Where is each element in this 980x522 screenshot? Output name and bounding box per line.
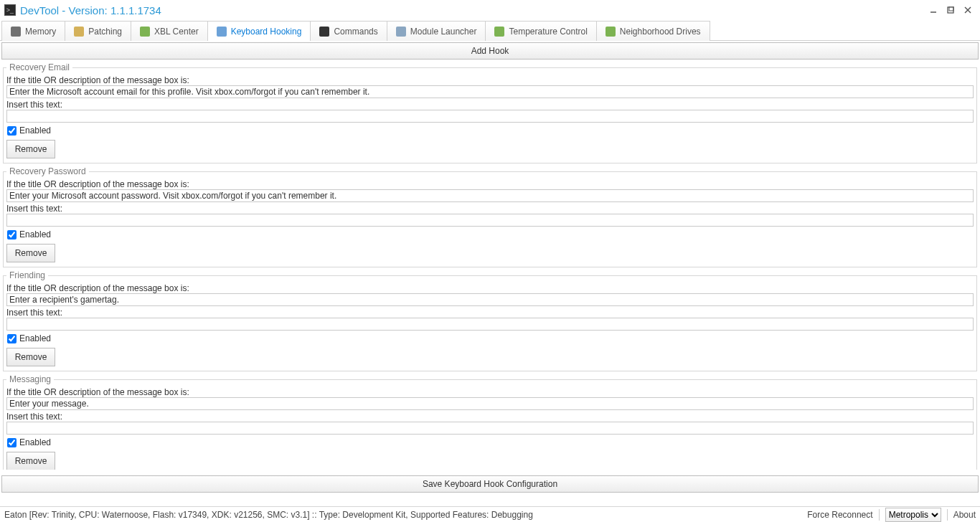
tab-temperature-control[interactable]: Temperature Control: [485, 21, 596, 41]
hook-group: MessagingIf the title OR description of …: [3, 374, 977, 470]
tab-label: XBL Center: [154, 27, 199, 37]
tab-label: Patching: [88, 27, 122, 37]
svg-rect-1: [948, 7, 953, 13]
insert-input[interactable]: [6, 110, 974, 123]
remove-button[interactable]: Remove: [6, 244, 55, 262]
enabled-label: Enabled: [19, 125, 51, 136]
if-title-label: If the title OR description of the messa…: [6, 75, 974, 85]
hook-group: FriendingIf the title OR description of …: [3, 270, 977, 371]
tab-label: Neighborhood Drives: [620, 27, 701, 37]
tab-label: Commands: [334, 27, 377, 37]
hook-group: Recovery PasswordIf the title OR descrip…: [3, 166, 977, 267]
if-title-label: If the title OR description of the messa…: [6, 387, 974, 397]
tab-module-launcher[interactable]: Module Launcher: [387, 21, 486, 41]
commands-icon: [319, 27, 329, 37]
enabled-label: Enabled: [19, 437, 51, 447]
tab-keyboard-hooking[interactable]: Keyboard Hooking: [207, 21, 311, 41]
enabled-checkbox[interactable]: [7, 334, 17, 343]
enabled-checkbox[interactable]: [7, 230, 17, 239]
separator: [879, 509, 880, 521]
window-title: DevTool - Version: 1.1.1.1734: [20, 4, 161, 16]
insert-text-label: Insert this text:: [6, 412, 974, 422]
tab-xbl-center[interactable]: XBL Center: [131, 21, 208, 41]
tab-label: Module Launcher: [410, 27, 477, 37]
tabstrip: Memory Patching XBL Center Keyboard Hook…: [0, 20, 980, 41]
force-reconnect-button[interactable]: Force Reconnect: [807, 510, 872, 520]
minimize-icon[interactable]: [925, 4, 941, 16]
if-title-label: If the title OR description of the messa…: [6, 179, 974, 189]
console-select[interactable]: Metropolis: [885, 508, 941, 522]
hook-legend: Friending: [6, 270, 48, 280]
hook-group: Recovery EmailIf the title OR descriptio…: [3, 62, 977, 163]
drives-icon: [606, 27, 616, 37]
remove-button[interactable]: Remove: [6, 348, 55, 366]
tab-label: Temperature Control: [509, 27, 587, 37]
remove-button[interactable]: Remove: [6, 140, 55, 158]
match-input[interactable]: [6, 397, 974, 410]
insert-text-label: Insert this text:: [6, 204, 974, 214]
insert-input[interactable]: [6, 422, 974, 435]
separator: [947, 509, 948, 521]
enabled-label: Enabled: [19, 229, 51, 239]
hook-legend: Messaging: [6, 374, 54, 384]
save-config-button[interactable]: Save Keyboard Hook Configuration: [1, 475, 979, 493]
insert-text-label: Insert this text:: [6, 100, 974, 110]
hook-legend: Recovery Email: [6, 62, 72, 72]
hooks-list: Recovery EmailIf the title OR descriptio…: [1, 61, 979, 470]
patching-icon: [74, 27, 84, 37]
about-button[interactable]: About: [953, 510, 976, 520]
xbl-icon: [140, 27, 150, 37]
insert-input[interactable]: [6, 318, 974, 331]
insert-text-label: Insert this text:: [6, 308, 974, 318]
tab-neighborhood-drives[interactable]: Neighborhood Drives: [596, 21, 710, 41]
match-input[interactable]: [6, 85, 974, 98]
enabled-checkbox[interactable]: [7, 126, 17, 136]
memory-icon: [11, 27, 21, 37]
match-input[interactable]: [6, 189, 974, 202]
titlebar: >_ DevTool - Version: 1.1.1.1734: [0, 0, 980, 20]
add-hook-label: Add Hook: [471, 46, 509, 56]
insert-input[interactable]: [6, 214, 974, 227]
enabled-label: Enabled: [19, 333, 51, 343]
status-text: Eaton [Rev: Trinity, CPU: Waternoose, Fl…: [4, 510, 533, 520]
statusbar: Eaton [Rev: Trinity, CPU: Waternoose, Fl…: [0, 506, 980, 522]
tab-memory[interactable]: Memory: [1, 21, 65, 41]
hook-legend: Recovery Password: [6, 166, 89, 176]
maximize-icon[interactable]: [943, 4, 958, 16]
match-input[interactable]: [6, 293, 974, 306]
tab-label: Memory: [25, 27, 56, 37]
save-config-label: Save Keyboard Hook Configuration: [423, 479, 557, 489]
remove-button[interactable]: Remove: [6, 452, 55, 470]
if-title-label: If the title OR description of the messa…: [6, 283, 974, 293]
tab-label: Keyboard Hooking: [231, 27, 302, 37]
temperature-icon: [494, 27, 504, 37]
close-icon[interactable]: [960, 4, 976, 16]
enabled-checkbox[interactable]: [7, 438, 17, 447]
tab-patching[interactable]: Patching: [65, 21, 131, 41]
app-icon: >_: [4, 4, 16, 16]
keyboard-icon: [217, 27, 227, 37]
add-hook-button[interactable]: Add Hook: [1, 42, 979, 60]
tab-commands[interactable]: Commands: [310, 21, 387, 41]
module-icon: [396, 27, 406, 37]
